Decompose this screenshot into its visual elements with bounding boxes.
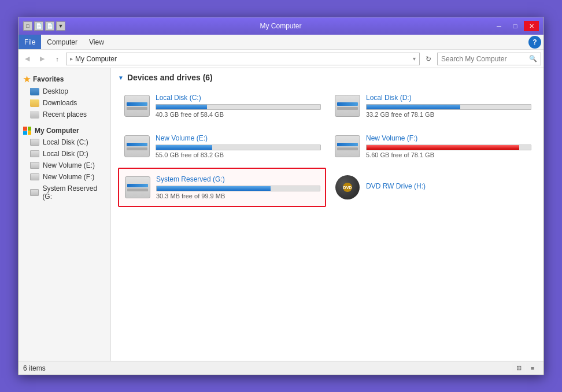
sidebar-item-recent[interactable]: Recent places xyxy=(19,109,110,120)
drive-name: New Volume (F:) xyxy=(366,134,531,142)
sidebar-f-label: New Volume (F:) xyxy=(43,173,94,181)
content-area: ▼ Devices and drives (6) Local Disk (C:)… xyxy=(111,68,543,361)
hdd-icon xyxy=(123,92,151,120)
search-icon[interactable]: 🔍 xyxy=(529,55,537,62)
drive-c-icon xyxy=(30,139,39,146)
statusbar: 6 items ⊞ ≡ xyxy=(19,361,543,375)
drive-name: Local Disk (D:) xyxy=(366,94,531,102)
drive-item-3[interactable]: New Volume (F:) 5.60 GB free of 78.1 GB xyxy=(328,127,537,165)
collapse-icon[interactable]: ▼ xyxy=(118,75,124,81)
view-toggle: ⊞ ≡ xyxy=(512,363,539,373)
sidebar-item-c[interactable]: Local Disk (C:) xyxy=(19,136,110,148)
drive-item-0[interactable]: Local Disk (C:) 40.3 GB free of 58.4 GB xyxy=(118,87,326,125)
hdd-strip xyxy=(127,102,147,106)
menu-file[interactable]: File xyxy=(19,35,41,49)
sidebar-item-e[interactable]: New Volume (E:) xyxy=(19,160,110,171)
maximize-button[interactable]: □ xyxy=(508,21,523,31)
sidebar-item-g[interactable]: System Reserved (G: xyxy=(19,183,110,202)
sidebar-favorites-label: Favorites xyxy=(33,75,64,83)
drive-item-4[interactable]: System Reserved (G:) 30.3 MB free of 99.… xyxy=(118,168,326,207)
search-input[interactable] xyxy=(441,55,527,63)
hdd-body xyxy=(124,135,150,157)
drive-bar-container xyxy=(156,186,320,191)
folder-icon xyxy=(30,88,39,95)
drive-name: Local Disk (C:) xyxy=(156,94,321,102)
hdd-icon xyxy=(124,173,151,201)
sidebar-item-f[interactable]: New Volume (F:) xyxy=(19,171,110,183)
drive-bar xyxy=(367,145,519,150)
window-title: My Computer xyxy=(70,22,491,30)
up-button[interactable]: ↑ xyxy=(51,53,64,65)
hdd-body xyxy=(335,135,360,157)
hdd-icon xyxy=(334,132,361,160)
drive-item-5[interactable]: DVD DVD RW Drive (H:) xyxy=(328,168,537,207)
addressbar: ◀ ▶ ↑ ▸ My Computer ▾ ↻ 🔍 xyxy=(19,50,543,68)
sidebar-item-d[interactable]: Local Disk (D:) xyxy=(19,148,110,160)
drive-e-icon xyxy=(30,162,39,169)
address-arrow: ▸ xyxy=(70,56,73,62)
sidebar-my-computer[interactable]: My Computer xyxy=(19,125,110,136)
menu-help[interactable]: ? xyxy=(528,36,541,49)
address-box[interactable]: ▸ My Computer ▾ xyxy=(66,53,420,65)
drive-bar-container xyxy=(366,145,531,150)
sidebar-c-label: Local Disk (C:) xyxy=(43,138,88,146)
sidebar-desktop-label: Desktop xyxy=(43,87,68,95)
folder-downloads-icon xyxy=(30,99,39,107)
address-chevron-icon: ▾ xyxy=(413,56,416,62)
hdd-strip xyxy=(127,184,148,187)
minimize-button[interactable]: ─ xyxy=(491,21,506,31)
hdd-body xyxy=(125,176,150,198)
dvd-label: DVD xyxy=(343,183,352,192)
sidebar-computer-label: My Computer xyxy=(35,127,79,135)
drive-free: 33.2 GB free of 78.1 GB xyxy=(366,111,531,118)
back-button[interactable]: ◀ xyxy=(21,53,34,65)
sidebar-item-desktop[interactable]: Desktop xyxy=(19,86,110,97)
drive-free: 55.0 GB free of 83.2 GB xyxy=(156,151,321,158)
address-path-label: My Computer xyxy=(75,55,117,63)
drive-free: 30.3 MB free of 99.9 MB xyxy=(156,193,320,199)
sidebar-favorites-title[interactable]: ★ Favorites xyxy=(19,73,110,86)
hdd-body xyxy=(335,95,360,117)
drive-name: DVD RW Drive (H:) xyxy=(366,182,531,190)
hdd-gray xyxy=(127,147,147,150)
titlebar-icon-2: 📄 xyxy=(34,21,43,31)
drive-bar xyxy=(156,105,207,109)
sidebar-computer-section: My Computer Local Disk (C:) Local Disk (… xyxy=(19,125,110,202)
forward-button[interactable]: ▶ xyxy=(36,53,49,65)
sidebar-item-downloads[interactable]: Downloads xyxy=(19,97,110,109)
dvd-icon: DVD xyxy=(334,173,361,201)
titlebar: □ 📄 📄 ▼ My Computer ─ □ ✕ xyxy=(19,17,543,35)
drive-info: Local Disk (D:) 33.2 GB free of 78.1 GB xyxy=(366,94,531,118)
drive-name: System Reserved (G:) xyxy=(156,175,320,183)
menu-computer[interactable]: Computer xyxy=(41,36,83,49)
drive-bar-container xyxy=(366,104,531,110)
drive-item-2[interactable]: New Volume (E:) 55.0 GB free of 83.2 GB xyxy=(118,127,326,165)
refresh-button[interactable]: ↻ xyxy=(422,53,435,65)
main-area: ★ Favorites Desktop Downloads Recent pla… xyxy=(19,68,543,361)
drive-info: Local Disk (C:) 40.3 GB free of 58.4 GB xyxy=(156,94,321,118)
drive-bar-container xyxy=(156,145,321,150)
windows-icon xyxy=(23,127,31,135)
section-title: Devices and drives (6) xyxy=(127,73,213,82)
star-icon: ★ xyxy=(23,75,31,84)
view-list-button[interactable]: ≡ xyxy=(526,363,539,373)
drive-bar-container xyxy=(156,104,321,110)
drive-free: 40.3 GB free of 58.4 GB xyxy=(156,111,321,118)
titlebar-icon-1: □ xyxy=(23,21,32,31)
menu-view[interactable]: View xyxy=(83,36,110,49)
sidebar-d-label: Local Disk (D:) xyxy=(43,150,88,158)
titlebar-icon-3: 📄 xyxy=(45,21,54,31)
hdd-gray xyxy=(127,107,147,110)
dvd-body: DVD xyxy=(335,175,360,199)
drive-d-icon xyxy=(30,150,39,157)
titlebar-app-icons: □ 📄 📄 ▼ xyxy=(23,21,65,31)
sidebar-downloads-label: Downloads xyxy=(43,99,77,107)
main-window: □ 📄 📄 ▼ My Computer ─ □ ✕ File Computer … xyxy=(18,17,544,375)
drive-info: System Reserved (G:) 30.3 MB free of 99.… xyxy=(156,175,320,199)
drive-item-1[interactable]: Local Disk (D:) 33.2 GB free of 78.1 GB xyxy=(328,87,537,125)
view-tiles-button[interactable]: ⊞ xyxy=(512,363,525,373)
drive-bar xyxy=(157,186,271,191)
folder-recent-icon xyxy=(30,111,39,119)
close-button[interactable]: ✕ xyxy=(524,21,539,31)
status-count: 6 items xyxy=(23,364,512,372)
